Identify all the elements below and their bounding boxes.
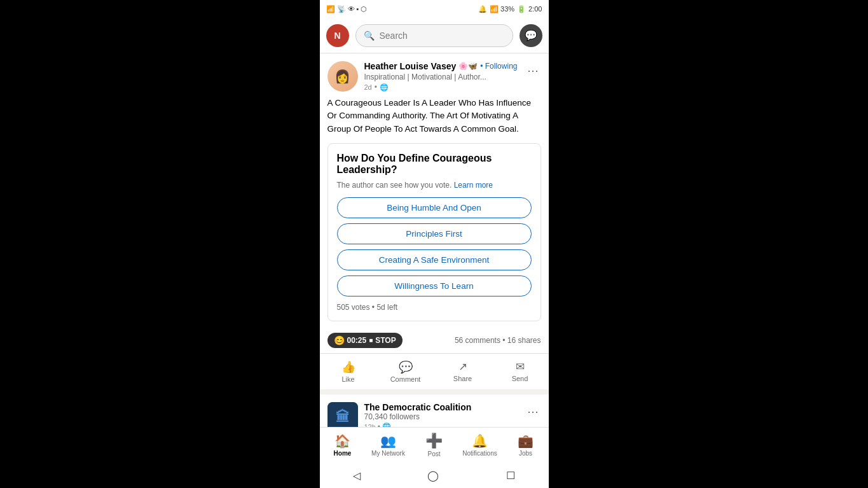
send-icon: ✉: [516, 360, 525, 373]
nav-notifications[interactable]: 🔔 Notifications: [457, 428, 503, 463]
post-1-author-line: Heather Louise Vasey 🌸🦋 • Following: [364, 61, 518, 71]
message-button[interactable]: 💬: [520, 24, 542, 47]
audio-time: 00:25: [347, 336, 367, 345]
home-button[interactable]: ◯: [427, 470, 439, 482]
poll-footer: 505 votes • 5d left: [337, 303, 532, 312]
stop-label[interactable]: STOP: [375, 336, 396, 345]
comment-label: Comment: [390, 375, 421, 383]
like-label: Like: [341, 375, 354, 383]
battery-icon: 🔋: [517, 5, 526, 13]
post-1-header: 👩 Heather Louise Vasey 🌸🦋 • Following In…: [320, 53, 549, 97]
post-2-avatar[interactable]: 🏛: [327, 402, 358, 427]
post-label: Post: [427, 450, 440, 457]
search-bar[interactable]: 🔍 Search: [355, 24, 513, 47]
post-2-org-name: The Democratic Coalition: [364, 402, 518, 412]
poll-option-2[interactable]: Principles First: [337, 223, 532, 244]
share-button[interactable]: ↗ Share: [434, 356, 492, 387]
status-left: 📶 📡 👁 ▪ ⬡: [326, 5, 368, 13]
recents-button[interactable]: ☐: [506, 470, 515, 482]
post-1-engagement: 56 comments • 16 shares: [455, 336, 541, 345]
cast-icon: ▪: [357, 5, 359, 13]
post-1-body: A Courageous Leader Is A Leader Who Has …: [320, 97, 549, 328]
author-avatar-img: 👩: [327, 61, 358, 92]
app-header: N 🔍 Search 💬: [320, 18, 549, 53]
comment-icon: 💬: [399, 360, 413, 374]
post-1-author-name: Heather Louise Vasey: [364, 61, 457, 71]
post-2-author-info: The Democratic Coalition 70,340 follower…: [364, 402, 518, 427]
poll-option-4[interactable]: Willingness To Learn: [337, 275, 532, 296]
notifications-icon: 🔔: [472, 433, 488, 449]
send-button[interactable]: ✉ Send: [492, 356, 549, 387]
post-2-header: 🏛 The Democratic Coalition 70,340 follow…: [320, 394, 549, 427]
post-1-avatar[interactable]: 👩: [327, 61, 358, 92]
alarm-icon: 🔔: [478, 5, 487, 13]
post-1-actions: 👍 Like 💬 Comment ↗ Share ✉ Send: [320, 353, 549, 389]
home-label: Home: [334, 450, 352, 457]
user-avatar[interactable]: N: [326, 24, 349, 47]
comment-count: 56 comments: [455, 336, 500, 345]
post-1-text: A Courageous Leader Is A Leader Who Has …: [327, 97, 541, 136]
nav-post[interactable]: ➕ Post: [411, 428, 457, 463]
post-1-author-info: Heather Louise Vasey 🌸🦋 • Following Insp…: [364, 61, 518, 92]
post-1-more-button[interactable]: ⋯: [525, 61, 541, 80]
post-2-more-button[interactable]: ⋯: [525, 402, 541, 421]
post-1-time: 2d • 🌐: [364, 83, 518, 92]
poll-learn-more-link[interactable]: Learn more: [454, 181, 493, 190]
bottom-nav: 🏠 Home 👥 My Network ➕ Post 🔔 Notificatio…: [320, 427, 549, 463]
android-nav-bar: ◁ ◯ ☐: [320, 463, 549, 488]
poll-container: How Do You Define Courageous Leadership?…: [327, 143, 541, 321]
audio-bar: 😊 00:25 ■ STOP 56 comments • 16 shares: [320, 328, 549, 353]
poll-question: How Do You Define Courageous Leadership?: [337, 153, 532, 176]
following-badge[interactable]: • Following: [480, 62, 517, 71]
status-right: 🔔 📶 33% 🔋 2:00: [478, 5, 542, 13]
poll-meta: The author can see how you vote. Learn m…: [337, 181, 532, 190]
post-card-1: 👩 Heather Louise Vasey 🌸🦋 • Following In…: [320, 53, 549, 389]
search-placeholder: Search: [380, 31, 408, 41]
jobs-label: Jobs: [519, 450, 532, 457]
status-bar: 📶 📡 👁 ▪ ⬡ 🔔 📶 33% 🔋 2:00: [320, 0, 549, 18]
network-label: My Network: [371, 450, 405, 457]
stop-square-icon: ■: [369, 337, 373, 344]
share-count: 16 shares: [507, 336, 541, 345]
screenshot-icon: ⬡: [361, 5, 367, 13]
signal-icon: 📶: [326, 5, 335, 13]
jobs-icon: 💼: [518, 433, 534, 449]
post-1-bio: Inspirational | Motivational | Author...: [364, 73, 518, 81]
back-button[interactable]: ◁: [353, 470, 361, 482]
post-2-time: 12h • 🌐: [364, 422, 518, 427]
post-2-globe-icon: 🌐: [382, 422, 391, 427]
battery-percent: 📶 33%: [490, 5, 514, 13]
nav-jobs[interactable]: 💼 Jobs: [503, 428, 549, 463]
like-icon: 👍: [341, 360, 355, 374]
clock: 2:00: [528, 5, 542, 13]
send-label: Send: [512, 375, 528, 382]
nav-network[interactable]: 👥 My Network: [366, 428, 411, 463]
wifi-icon: 📡: [337, 5, 346, 13]
share-label: Share: [453, 375, 472, 382]
poll-option-3[interactable]: Creating A Safe Environment: [337, 249, 532, 270]
audio-player[interactable]: 😊 00:25 ■ STOP: [327, 333, 403, 348]
message-icon: 💬: [525, 29, 537, 41]
nav-home[interactable]: 🏠 Home: [320, 428, 366, 463]
home-icon: 🏠: [334, 433, 350, 449]
phone-screen: 📶 📡 👁 ▪ ⬡ 🔔 📶 33% 🔋 2:00 N 🔍 Search 💬: [320, 0, 549, 488]
network-icon: 👥: [380, 433, 396, 449]
globe-icon: 🌐: [380, 83, 389, 92]
audio-emoji: 😊: [334, 335, 345, 345]
post-card-2: 🏛 The Democratic Coalition 70,340 follow…: [320, 394, 549, 427]
like-button[interactable]: 👍 Like: [320, 356, 377, 387]
poll-option-1[interactable]: Being Humble And Open: [337, 197, 532, 218]
notifications-label: Notifications: [462, 450, 497, 457]
post-icon: ➕: [425, 433, 443, 449]
eye-icon: 👁: [348, 5, 355, 13]
post-2-followers: 70,340 followers: [364, 412, 518, 421]
post-1-author-emoji: 🌸🦋: [458, 62, 478, 71]
search-icon: 🔍: [364, 31, 375, 41]
comment-button[interactable]: 💬 Comment: [377, 356, 434, 387]
share-icon: ↗: [458, 360, 467, 373]
feed-container: 👩 Heather Louise Vasey 🌸🦋 • Following In…: [320, 53, 549, 427]
